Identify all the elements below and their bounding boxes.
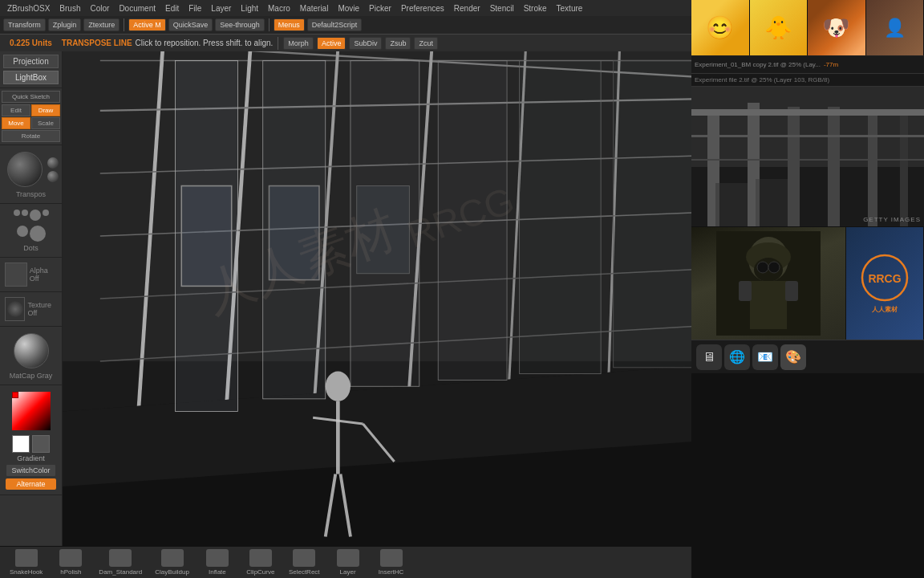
layer-tool[interactable]: Layer <box>328 547 368 577</box>
layer-percent: -77m <box>824 61 838 68</box>
move-btn[interactable]: Move <box>2 117 30 129</box>
damstandard-icon <box>109 549 132 567</box>
color-dark-swatch[interactable] <box>32 435 50 453</box>
edit-btn[interactable]: Edit <box>2 104 30 116</box>
dock-bar: 🖥 🌐 📧 🎨 <box>691 340 924 373</box>
menu-zbrush[interactable]: ZBrushOSX <box>3 3 54 14</box>
brush-dot-4 <box>43 210 49 216</box>
tb2-zplugin[interactable]: Zplugin <box>48 18 82 31</box>
tb2-active[interactable]: Active M <box>128 18 166 31</box>
transpose-mode[interactable]: TRANSPOSE LINE <box>62 39 132 47</box>
hpolish-tool[interactable]: hPolish <box>51 547 91 577</box>
projection-btn[interactable]: Projection <box>3 55 59 68</box>
texture-off-label: Texture Off <box>27 301 57 317</box>
rotate-btn[interactable]: Rotate <box>2 130 60 142</box>
sep3 <box>278 37 278 50</box>
dock-app2[interactable]: 📧 <box>752 344 778 370</box>
menu-stencil[interactable]: Stencil <box>486 3 518 14</box>
svg-rect-43 <box>691 135 924 137</box>
svg-rect-41 <box>900 111 908 227</box>
subdiv-btn[interactable]: SubDiv <box>349 37 382 50</box>
tb2-seethrough[interactable]: See-through <box>215 18 265 31</box>
dock-zbrush[interactable]: 🎨 <box>780 344 806 370</box>
dock-app1[interactable]: 🌐 <box>724 344 750 370</box>
alpha-section: Alpha Off <box>0 258 62 292</box>
menu-file[interactable]: File <box>184 3 205 14</box>
alternate-btn[interactable]: Alternate <box>6 478 55 490</box>
inserthc-tool[interactable]: InsertHC <box>371 547 411 577</box>
zcut-btn[interactable]: Zcut <box>414 37 438 50</box>
svg-rect-45 <box>715 183 748 227</box>
menu-macro[interactable]: Macro <box>264 3 294 14</box>
draw-btn[interactable]: Draw <box>31 104 60 116</box>
svg-rect-46 <box>756 179 788 227</box>
layer-info-bar2: Experiment file 2.tif @ 25% (Layer 103, … <box>691 74 924 87</box>
draw-tools-section: Quick Sketch Edit Draw Move Scale Rotate <box>0 88 62 145</box>
menu-render[interactable]: Render <box>450 3 484 14</box>
svg-rect-53 <box>750 281 787 329</box>
zsub-btn[interactable]: Zsub <box>385 37 411 50</box>
tb2-quicksave[interactable]: QuickSave <box>168 18 213 31</box>
transpose-instruction: Click to reposition. Press shift. to ali… <box>136 39 274 47</box>
menu-document[interactable]: Document <box>115 3 160 14</box>
hpolish-icon <box>59 549 82 567</box>
menu-edit[interactable]: Edit <box>161 3 183 14</box>
color-white-swatch[interactable] <box>12 435 30 453</box>
svg-rect-38 <box>788 107 800 227</box>
tb2-menus[interactable]: Menus <box>274 18 305 31</box>
damstandard-tool[interactable]: Dam_Standard <box>94 547 147 577</box>
svg-rect-54 <box>739 281 752 301</box>
clipcurve-label: ClipCurve <box>246 568 274 576</box>
photo-soldier[interactable] <box>691 227 846 340</box>
menu-brush[interactable]: Brush <box>55 3 84 14</box>
menu-layer[interactable]: Layer <box>207 3 235 14</box>
getty-label: GETTY IMAGES <box>863 216 921 223</box>
menu-texture[interactable]: Texture <box>553 3 587 14</box>
photo-char-silhouette[interactable]: 👤 <box>866 0 925 55</box>
photo-strip: 😊 🐥 🐶 👤 Experiment_01_BM copy 2.tif @ 25… <box>691 0 924 578</box>
photo-dog[interactable]: 🐶 <box>808 0 866 55</box>
photo-chick[interactable]: 🐥 <box>750 0 808 55</box>
alpha-preview <box>5 263 27 287</box>
left-sidebar: Projection LightBox Quick Sketch Edit Dr… <box>0 51 63 546</box>
claybuildup-tool[interactable]: ClayBuildup <box>150 547 194 577</box>
menu-movie[interactable]: Movie <box>334 3 363 14</box>
menu-light[interactable]: Light <box>237 3 262 14</box>
lightbox-btn[interactable]: LightBox <box>3 71 59 84</box>
tb2-default2script[interactable]: Default2Script <box>307 18 363 31</box>
menu-preferences[interactable]: Preferences <box>397 3 448 14</box>
dock-finder[interactable]: 🖥 <box>696 344 722 370</box>
menu-color[interactable]: Color <box>86 3 113 14</box>
photo-logo[interactable]: RRCG 人人素材 <box>846 227 924 340</box>
svg-rect-44 <box>691 159 924 161</box>
switch-color-btn[interactable]: SwitchColor <box>6 464 55 477</box>
snakehook-tool[interactable]: SnakeHook <box>5 547 47 577</box>
menu-stroke[interactable]: Stroke <box>520 3 551 14</box>
photo-yellow-char[interactable]: 😊 <box>691 0 750 55</box>
morph-btn[interactable]: Morph <box>283 37 314 50</box>
tb2-ztexture[interactable]: Ztexture <box>83 18 120 31</box>
clipcurve-tool[interactable]: ClipCurve <box>241 547 281 577</box>
claybuildup-icon <box>161 549 184 567</box>
tb2-transform[interactable]: Transform <box>3 18 46 31</box>
dots-label: Dots <box>3 244 59 252</box>
snakehook-label: SnakeHook <box>10 568 43 576</box>
svg-rect-40 <box>868 111 877 227</box>
menu-material[interactable]: Material <box>296 3 333 14</box>
quick-sketch-btn[interactable]: Quick Sketch <box>2 91 60 103</box>
material-orb[interactable] <box>14 333 49 368</box>
menu-picker[interactable]: Picker <box>365 3 395 14</box>
main-canvas[interactable]: 人人素材 RRCG <box>63 51 764 546</box>
texture-section: Texture Off <box>0 292 62 327</box>
color-picker[interactable] <box>12 392 51 430</box>
photo-industrial[interactable]: GETTY IMAGES <box>691 87 924 227</box>
selectrect-tool[interactable]: SelectRect <box>284 547 325 577</box>
units-display: 0.225 Units <box>3 39 59 47</box>
gradient-label: Gradient <box>3 454 59 462</box>
active-btn[interactable]: Active <box>317 37 346 50</box>
inflate-tool[interactable]: Inflate <box>197 547 237 577</box>
scale-btn[interactable]: Scale <box>31 117 60 129</box>
color-section: Gradient SwitchColor Alternate <box>0 385 62 495</box>
svg-rect-39 <box>828 107 840 227</box>
separator2 <box>269 18 270 31</box>
